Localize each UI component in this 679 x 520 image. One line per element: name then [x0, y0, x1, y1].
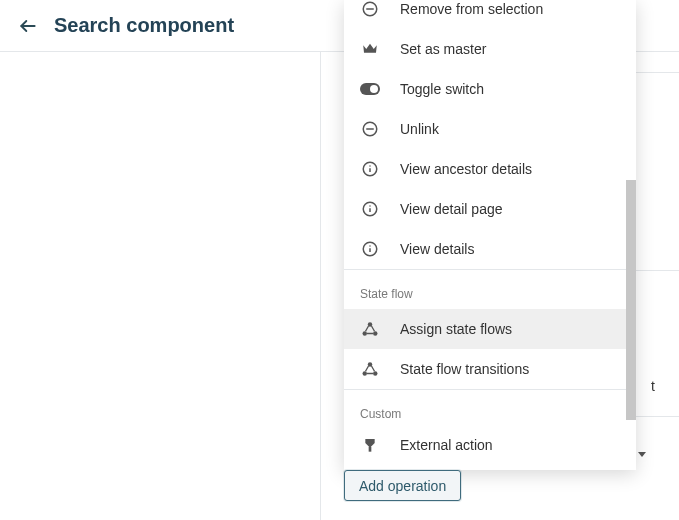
svg-point-9 [369, 165, 371, 167]
menu-item-label: Toggle switch [400, 81, 484, 97]
menu-item-view-detail-page[interactable]: View detail page [344, 189, 636, 229]
menu-item-label: State flow transitions [400, 361, 529, 377]
info-icon [360, 239, 380, 259]
menu-item-toggle-switch[interactable]: Toggle switch [344, 69, 636, 109]
svg-point-20 [363, 371, 368, 376]
menu-item-label: View ancestor details [400, 161, 532, 177]
divider [636, 416, 679, 417]
menu-item-label: Remove from selection [400, 1, 543, 17]
menu-item-label: Unlink [400, 121, 439, 137]
back-button[interactable] [16, 14, 40, 38]
menu-item-label: View detail page [400, 201, 502, 217]
operation-menu-panel: Remove from selection Set as master Togg… [344, 0, 636, 470]
menu-scroll-area: Remove from selection Set as master Togg… [344, 0, 636, 470]
arrow-left-icon [18, 16, 38, 36]
svg-point-15 [369, 245, 371, 247]
menu-item-label: Set as master [400, 41, 486, 57]
scrollbar-thumb[interactable] [626, 180, 636, 420]
info-icon [360, 159, 380, 179]
menu-item-external-action[interactable]: External action [344, 429, 636, 461]
add-operation-button[interactable]: Add operation [344, 470, 461, 501]
divider [636, 72, 679, 73]
menu-section-stateflow: State flow [344, 269, 636, 309]
svg-rect-22 [369, 447, 372, 452]
menu-item-set-as-master[interactable]: Set as master [344, 29, 636, 69]
chevron-down-icon[interactable] [638, 452, 646, 457]
crown-icon [360, 39, 380, 59]
menu-item-label: External action [400, 437, 493, 453]
menu-item-state-flow-transitions[interactable]: State flow transitions [344, 349, 636, 389]
menu-item-view-ancestor-details[interactable]: View ancestor details [344, 149, 636, 189]
stateflow-icon [360, 319, 380, 339]
remove-icon [360, 0, 380, 19]
divider [636, 270, 679, 271]
button-label: Add operation [359, 478, 446, 494]
menu-item-unlink[interactable]: Unlink [344, 109, 636, 149]
svg-point-18 [373, 331, 378, 336]
vertical-divider [320, 52, 321, 520]
toggle-icon [360, 79, 380, 99]
svg-point-21 [373, 371, 378, 376]
unlink-icon [360, 119, 380, 139]
menu-item-remove-from-selection[interactable]: Remove from selection [344, 0, 636, 29]
cropped-text: t [651, 378, 655, 394]
svg-point-17 [363, 331, 368, 336]
external-action-icon [360, 435, 380, 455]
svg-point-4 [370, 85, 378, 93]
svg-point-12 [369, 205, 371, 207]
info-icon [360, 199, 380, 219]
stateflow-icon [360, 359, 380, 379]
page-title: Search component [54, 14, 234, 37]
menu-item-assign-state-flows[interactable]: Assign state flows [344, 309, 636, 349]
menu-section-custom: Custom [344, 389, 636, 429]
menu-item-label: View details [400, 241, 474, 257]
menu-item-view-details[interactable]: View details [344, 229, 636, 269]
menu-item-label: Assign state flows [400, 321, 512, 337]
